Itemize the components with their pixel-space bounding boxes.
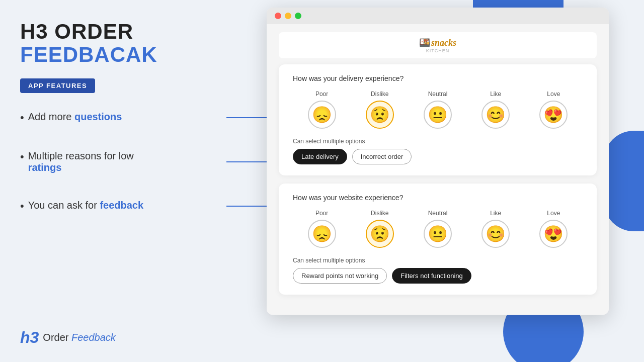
card1-emoji-row: Poor 😞 Dislike 😟 Neutral 😐 Like 😊 (293, 90, 583, 129)
feature-highlight-2: ratings (28, 162, 134, 173)
feature-item-1: • Add more questions (20, 111, 242, 124)
close-dot[interactable] (275, 13, 281, 19)
right-panel: 🍱 snacks KITCHEN How was your delivery e… (267, 8, 614, 354)
emoji-neutral-face-1[interactable]: 😐 (424, 101, 452, 129)
emoji-dislike-face-1[interactable]: 😟 (366, 101, 394, 129)
card2-emoji-row: Poor 😞 Dislike 😟 Neutral 😐 Like 😊 (293, 210, 583, 248)
option-incorrect-order[interactable]: Incorrect order (352, 149, 412, 164)
snacks-logo-text: snacks (431, 38, 456, 48)
feature-list: • Add more questions • Multiple reasons … (20, 111, 242, 213)
option-reward-points[interactable]: Reward points not working (293, 268, 387, 284)
feedback-card-1: How was your delivery experience? Poor 😞… (279, 64, 597, 175)
feature-item-2: • Multiple reasons for low ratings (20, 150, 242, 173)
feature-text-3: You can ask for feedback (28, 200, 143, 211)
emoji-like-face-2[interactable]: 😊 (481, 220, 510, 248)
option-late-delivery[interactable]: Late delivery (293, 149, 347, 164)
emoji-love-face-1[interactable]: 😍 (539, 101, 568, 129)
app-logo-bar: 🍱 snacks KITCHEN (279, 32, 597, 58)
snacks-logo-sub: KITCHEN (284, 48, 592, 53)
bullet-3: • (20, 200, 24, 213)
bullet-1: • (20, 111, 24, 124)
bottom-logo: h3 Order Feedback (20, 328, 116, 347)
browser-content: 🍱 snacks KITCHEN How was your delivery e… (267, 24, 609, 315)
feature-highlight-1: questions (74, 111, 122, 122)
logo-feedback-text: Feedback (71, 332, 116, 343)
emoji-dislike-label-1: Dislike (371, 90, 388, 98)
emoji-poor-1: Poor 😞 (308, 90, 336, 129)
emoji-like-label-2: Like (490, 210, 501, 217)
left-panel: H3 ORDER FEEDBACAK APP FEATURES • Add mo… (0, 0, 262, 362)
emoji-poor-label-2: Poor (315, 210, 328, 217)
emoji-poor-face-1[interactable]: 😞 (308, 101, 336, 129)
browser-titlebar (267, 8, 609, 24)
emoji-like-1: Like 😊 (481, 90, 510, 129)
browser-window: 🍱 snacks KITCHEN How was your delivery e… (267, 8, 609, 315)
emoji-like-2: Like 😊 (481, 210, 510, 248)
emoji-like-label-1: Like (490, 90, 501, 98)
emoji-neutral-face-2[interactable]: 😐 (424, 220, 452, 248)
minimize-dot[interactable] (285, 13, 291, 19)
emoji-neutral-2: Neutral 😐 (424, 210, 452, 248)
card1-options-row: Late delivery Incorrect order (293, 149, 583, 164)
emoji-dislike-1: Dislike 😟 (366, 90, 394, 129)
emoji-love-face-2[interactable]: 😍 (539, 220, 568, 248)
emoji-dislike-label-2: Dislike (371, 210, 388, 217)
card2-multi-label: Can select multiple options (293, 257, 583, 264)
emoji-dislike-2: Dislike 😟 (366, 210, 394, 248)
emoji-love-label-2: Love (547, 210, 560, 217)
logo-text: Order Feedback (43, 332, 116, 343)
feedback-card-2: How was your website experience? Poor 😞 … (279, 184, 597, 295)
bullet-2: • (20, 150, 24, 163)
card2-question: How was your website experience? (293, 194, 583, 202)
emoji-love-label-1: Love (547, 90, 560, 98)
emoji-love-2: Love 😍 (539, 210, 568, 248)
feature-highlight-3: feedback (100, 200, 143, 211)
feature-text-2: Multiple reasons for low ratings (28, 150, 134, 173)
snacks-logo-icon: 🍱 (419, 37, 430, 48)
option-filters-not-functioning[interactable]: Filters not functioning (392, 268, 471, 284)
card1-question: How was your delivery experience? (293, 74, 583, 82)
emoji-like-face-1[interactable]: 😊 (481, 101, 510, 129)
emoji-poor-2: Poor 😞 (308, 210, 336, 248)
emoji-love-1: Love 😍 (539, 90, 568, 129)
card2-options-row: Reward points not working Filters not fu… (293, 268, 583, 284)
emoji-dislike-face-2[interactable]: 😟 (366, 220, 394, 248)
features-badge: APP FEATURES (20, 78, 95, 93)
emoji-neutral-label-1: Neutral (428, 90, 448, 98)
feature-text-1: Add more questions (28, 111, 122, 123)
card1-multi-label: Can select multiple options (293, 138, 583, 145)
page-title: H3 ORDER FEEDBACAK (20, 20, 242, 66)
emoji-neutral-1: Neutral 😐 (424, 90, 452, 129)
logo-h3-icon: h3 (20, 328, 39, 347)
maximize-dot[interactable] (295, 13, 301, 19)
emoji-poor-label-1: Poor (315, 90, 328, 98)
emoji-poor-face-2[interactable]: 😞 (308, 220, 336, 248)
snacks-logo: 🍱 snacks (419, 37, 456, 48)
feature-item-3: • You can ask for feedback (20, 200, 242, 213)
emoji-neutral-label-2: Neutral (428, 210, 448, 217)
